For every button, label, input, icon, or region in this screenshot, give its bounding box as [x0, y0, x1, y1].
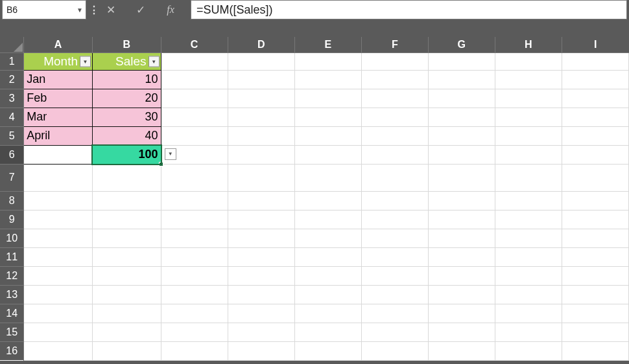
cell[interactable] [161, 70, 228, 89]
cell[interactable] [562, 108, 628, 126]
column-header-E[interactable]: E [294, 37, 361, 52]
cell[interactable] [495, 247, 562, 266]
column-header-B[interactable]: B [92, 37, 161, 52]
cell[interactable] [562, 266, 628, 285]
column-header-C[interactable]: C [161, 37, 228, 52]
cell[interactable] [24, 210, 93, 229]
cell[interactable] [228, 285, 294, 304]
name-box-dropdown-icon[interactable]: ▼ [74, 1, 86, 19]
cell[interactable] [161, 210, 228, 229]
cell[interactable] [161, 341, 228, 360]
cell[interactable] [92, 285, 161, 304]
cell[interactable] [24, 191, 93, 210]
cell-B2[interactable]: 10 [92, 70, 161, 89]
cell[interactable] [361, 229, 428, 247]
cell[interactable] [428, 266, 495, 285]
cell[interactable] [24, 341, 93, 360]
autofill-options-icon[interactable]: ▼ [165, 148, 176, 160]
cell[interactable] [228, 145, 294, 164]
cell[interactable] [361, 341, 428, 360]
cell[interactable] [562, 341, 628, 360]
cell[interactable] [428, 89, 495, 108]
row-header-11[interactable]: 11 [0, 247, 24, 266]
name-box[interactable]: B6 ▼ [2, 0, 86, 19]
cell[interactable] [92, 266, 161, 285]
cell[interactable] [428, 145, 495, 164]
cell[interactable] [24, 247, 93, 266]
row-header-7[interactable]: 7 [0, 164, 24, 191]
cell[interactable] [428, 323, 495, 341]
cell[interactable] [294, 70, 361, 89]
cell[interactable] [361, 70, 428, 89]
cell[interactable] [361, 164, 428, 191]
cell[interactable] [361, 108, 428, 126]
cell[interactable] [294, 164, 361, 191]
cell[interactable] [562, 191, 628, 210]
cell[interactable] [495, 229, 562, 247]
cell[interactable] [361, 323, 428, 341]
cell[interactable] [161, 266, 228, 285]
cell[interactable] [361, 126, 428, 145]
cell[interactable] [495, 89, 562, 108]
cell-A3[interactable]: Feb [24, 89, 93, 108]
cell[interactable] [562, 247, 628, 266]
cell[interactable] [161, 247, 228, 266]
cell[interactable] [562, 126, 628, 145]
cell[interactable] [562, 145, 628, 164]
cell[interactable] [294, 341, 361, 360]
row-header-14[interactable]: 14 [0, 304, 24, 323]
cell[interactable] [92, 323, 161, 341]
cell[interactable] [228, 247, 294, 266]
row-header-9[interactable]: 9 [0, 210, 24, 229]
cell[interactable] [428, 210, 495, 229]
cell[interactable] [161, 229, 228, 247]
cell[interactable] [294, 89, 361, 108]
cell-A5[interactable]: April [24, 126, 93, 145]
cell[interactable] [24, 323, 93, 341]
cell[interactable] [92, 304, 161, 323]
cell[interactable] [161, 323, 228, 341]
cell[interactable] [294, 285, 361, 304]
cell[interactable] [228, 126, 294, 145]
cell[interactable] [294, 210, 361, 229]
cell[interactable] [228, 304, 294, 323]
cell[interactable] [495, 108, 562, 126]
cell[interactable] [562, 229, 628, 247]
select-all-corner[interactable] [0, 37, 24, 52]
cell[interactable] [495, 285, 562, 304]
enter-button[interactable]: ✓ [127, 1, 154, 19]
cell[interactable] [428, 229, 495, 247]
row-header-5[interactable]: 5 [0, 126, 24, 145]
cell[interactable] [228, 266, 294, 285]
cell[interactable] [428, 164, 495, 191]
cell[interactable] [562, 70, 628, 89]
cell[interactable] [24, 266, 93, 285]
cell[interactable] [562, 323, 628, 341]
row-header-3[interactable]: 3 [0, 89, 24, 108]
table-header-sales[interactable]: Sales ▼ [92, 52, 161, 70]
insert-function-button[interactable]: fx [157, 1, 184, 19]
cell[interactable] [428, 285, 495, 304]
cell[interactable] [228, 210, 294, 229]
cell[interactable] [161, 108, 228, 126]
cell[interactable] [294, 323, 361, 341]
cell[interactable] [361, 210, 428, 229]
filter-dropdown-icon[interactable]: ▼ [148, 56, 160, 67]
cell[interactable] [24, 229, 93, 247]
row-header-12[interactable]: 12 [0, 266, 24, 285]
cell[interactable] [562, 52, 628, 70]
cell[interactable] [495, 266, 562, 285]
cell[interactable] [495, 164, 562, 191]
cell[interactable] [228, 191, 294, 210]
cell[interactable] [562, 89, 628, 108]
cell[interactable] [228, 52, 294, 70]
cell[interactable] [92, 210, 161, 229]
cell[interactable] [294, 247, 361, 266]
cell[interactable] [92, 164, 161, 191]
cell[interactable] [228, 70, 294, 89]
cell[interactable] [428, 126, 495, 145]
cell[interactable] [161, 89, 228, 108]
cell[interactable] [228, 89, 294, 108]
cell[interactable] [161, 126, 228, 145]
cell[interactable] [361, 145, 428, 164]
